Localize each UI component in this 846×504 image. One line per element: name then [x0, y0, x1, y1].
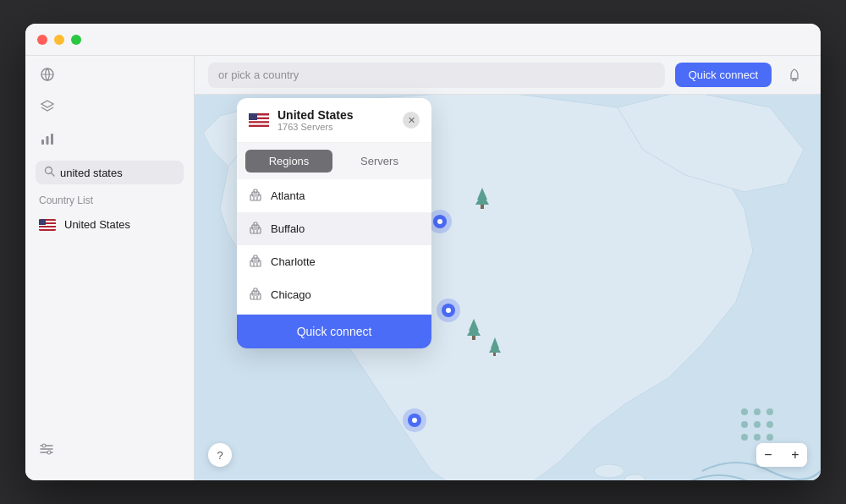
sidebar-section-label: Country List	[25, 194, 194, 206]
sidebar-bottom	[25, 431, 194, 470]
svg-point-19	[794, 79, 796, 80]
maximize-button[interactable]	[71, 35, 81, 45]
svg-point-31	[412, 418, 417, 423]
sidebar-icon-stats[interactable]	[39, 130, 56, 147]
dropdown-popup: United States 1763 Servers ✕ Regions Ser…	[237, 98, 431, 348]
svg-point-15	[42, 444, 46, 447]
svg-point-48	[754, 434, 761, 441]
city-name-chicago: Chicago	[271, 288, 311, 301]
zoom-controls: − +	[756, 443, 807, 467]
city-name-charlotte: Charlotte	[271, 255, 316, 268]
main-content: ✕ Country List United States	[25, 56, 821, 480]
dropdown-close-button[interactable]: ✕	[403, 112, 420, 129]
quick-connect-main-button[interactable]: Quick connect	[675, 63, 772, 87]
sidebar-icon-connections[interactable]	[39, 66, 56, 83]
map-area: or pick a country Quick connect	[195, 56, 821, 480]
dropdown-country-name: United States	[277, 108, 403, 122]
city-icon-atlanta	[249, 188, 262, 204]
city-icon-charlotte	[249, 254, 262, 270]
city-item-buffalo[interactable]: Buffalo	[237, 212, 431, 245]
dropdown-server-count: 1763 Servers	[277, 122, 403, 132]
map-topbar: or pick a country Quick connect	[195, 56, 821, 95]
settings-icon[interactable]	[39, 441, 180, 460]
search-box: ✕	[36, 161, 184, 184]
svg-point-49	[766, 434, 773, 441]
map-search-box[interactable]: or pick a country	[208, 63, 665, 88]
map-search-placeholder: or pick a country	[218, 68, 299, 81]
search-input[interactable]	[60, 167, 202, 179]
city-name-buffalo: Buffalo	[271, 222, 305, 235]
dropdown-tabs: Regions Servers	[237, 143, 431, 179]
search-icon	[44, 166, 55, 179]
country-name-us: United States	[64, 218, 130, 231]
svg-point-28	[446, 308, 451, 313]
dropdown-header: United States 1763 Servers ✕	[237, 98, 431, 143]
tab-regions[interactable]: Regions	[245, 150, 332, 173]
sidebar-icon-group	[25, 66, 194, 147]
tab-servers[interactable]: Servers	[336, 150, 423, 173]
titlebar	[25, 24, 821, 56]
svg-rect-53	[249, 123, 269, 125]
svg-point-44	[741, 421, 748, 428]
close-button[interactable]	[37, 35, 47, 45]
city-item-atlanta[interactable]: Atlanta	[237, 179, 431, 212]
svg-rect-4	[51, 134, 53, 145]
traffic-lights	[37, 35, 81, 45]
notification-bell[interactable]	[782, 63, 807, 88]
svg-point-41	[741, 408, 748, 415]
zoom-in-button[interactable]: +	[783, 443, 807, 467]
svg-point-18	[792, 79, 794, 80]
dropdown-city-list: Atlanta Buffalo	[237, 179, 431, 315]
us-flag	[39, 219, 56, 231]
svg-point-42	[754, 408, 761, 415]
svg-point-46	[766, 421, 773, 428]
city-icon-buffalo	[249, 221, 262, 237]
city-item-charlotte[interactable]: Charlotte	[237, 245, 431, 278]
city-icon-chicago	[249, 287, 262, 303]
dropdown-quick-connect-button[interactable]: Quick connect	[237, 315, 431, 348]
minimize-button[interactable]	[54, 35, 64, 45]
dropdown-flag	[249, 113, 269, 127]
svg-rect-2	[41, 140, 44, 145]
svg-point-16	[47, 451, 51, 454]
sidebar-country-item-us[interactable]: United States	[25, 211, 194, 238]
sidebar: ✕ Country List United States	[25, 56, 195, 480]
search-container: ✕	[25, 161, 194, 184]
svg-rect-11	[39, 219, 46, 225]
city-item-chicago[interactable]: Chicago	[237, 278, 431, 311]
svg-point-45	[754, 421, 761, 428]
sidebar-icon-layers[interactable]	[39, 98, 56, 115]
svg-line-6	[52, 173, 55, 177]
svg-rect-54	[249, 113, 257, 120]
svg-rect-34	[481, 205, 484, 209]
svg-point-47	[741, 434, 748, 441]
dropdown-title-area: United States 1763 Servers	[277, 108, 403, 132]
svg-rect-40	[493, 353, 496, 356]
svg-point-21	[594, 464, 624, 478]
svg-rect-37	[472, 336, 475, 340]
app-window: ✕ Country List United States	[25, 24, 821, 480]
svg-rect-3	[47, 136, 49, 145]
svg-rect-10	[39, 227, 56, 229]
help-button[interactable]: ?	[208, 443, 232, 467]
city-name-atlanta: Atlanta	[271, 189, 305, 202]
svg-point-25	[437, 219, 442, 224]
svg-point-43	[766, 408, 773, 415]
zoom-out-button[interactable]: −	[756, 443, 780, 467]
